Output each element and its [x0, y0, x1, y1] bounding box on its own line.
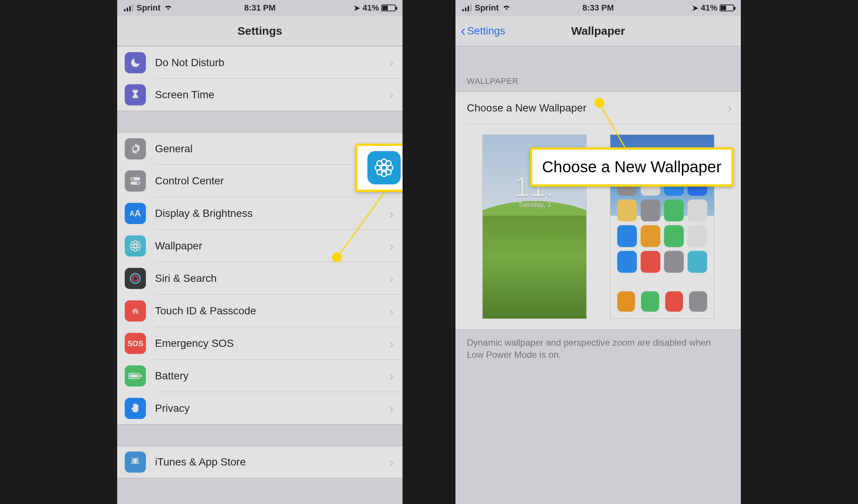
row-wallpaper[interactable]: Wallpaper › — [117, 230, 403, 262]
svg-rect-16 — [140, 375, 142, 377]
carrier-label: Sprint — [475, 3, 499, 13]
chevron-right-icon: › — [389, 336, 393, 351]
row-label: Do Not Disturb — [155, 57, 389, 69]
row-label: Battery — [155, 370, 389, 382]
chevron-right-icon: › — [389, 55, 393, 70]
page-title: Wallpaper — [571, 25, 625, 37]
row-label: Siri & Search — [155, 272, 389, 284]
callout-label: Choose a New Wallpaper — [542, 158, 722, 176]
navbar: ‹ Settings Wallpaper — [455, 16, 741, 46]
wifi-icon — [164, 3, 173, 13]
carrier-label: Sprint — [136, 3, 161, 13]
battery-percent: 41% — [362, 3, 379, 13]
signal-bars-icon — [462, 5, 472, 11]
siri-icon — [125, 268, 146, 289]
toggles-icon — [125, 170, 146, 192]
row-touch-id[interactable]: Touch ID & Passcode › — [117, 295, 403, 327]
row-label: Control Center — [155, 175, 389, 187]
status-bar: Sprint 8:33 PM ➤ 41% — [455, 0, 741, 16]
status-time: 8:33 PM — [582, 3, 614, 13]
row-label: Emergency SOS — [155, 337, 389, 349]
section-header: WALLPAPER — [455, 46, 741, 91]
battery-percent: 41% — [701, 3, 717, 13]
row-label: Touch ID & Passcode — [155, 305, 389, 317]
back-label: Settings — [467, 25, 505, 37]
chevron-right-icon: › — [389, 87, 393, 102]
status-bar: Sprint 8:31 PM ➤ 41% — [117, 0, 403, 16]
callout-dot — [595, 98, 604, 108]
chevron-right-icon: › — [389, 239, 393, 254]
moon-icon — [125, 52, 146, 73]
chevron-right-icon: › — [389, 369, 393, 383]
callout-dot — [332, 252, 342, 262]
svg-point-18 — [381, 165, 387, 170]
callout-wallpaper: Wallpaper — [355, 144, 403, 192]
fingerprint-icon — [125, 300, 146, 322]
chevron-left-icon: ‹ — [461, 24, 466, 38]
chevron-right-icon: › — [728, 100, 732, 115]
location-icon: ➤ — [692, 3, 698, 12]
battery-icon — [720, 5, 734, 11]
row-screen-time[interactable]: Screen Time › — [117, 79, 403, 111]
svg-point-13 — [130, 274, 140, 283]
chevron-right-icon: › — [389, 304, 393, 318]
location-icon: ➤ — [354, 3, 360, 12]
footer-note: Dynamic wallpaper and perspective zoom a… — [455, 330, 741, 368]
row-emergency-sos[interactable]: SOS Emergency SOS › — [117, 327, 403, 360]
callout-choose-wallpaper: Choose a New Wallpaper — [530, 147, 734, 187]
svg-point-4 — [134, 244, 137, 248]
signal-bars-icon — [124, 5, 133, 11]
hand-icon — [125, 398, 146, 419]
dock — [617, 289, 707, 314]
row-label: iTunes & App Store — [155, 456, 389, 468]
row-itunes-appstore[interactable]: iTunes & App Store › — [117, 446, 403, 478]
svg-point-14 — [133, 276, 138, 281]
back-button[interactable]: ‹ Settings — [461, 24, 505, 38]
row-battery[interactable]: Battery › — [117, 360, 403, 392]
status-time: 8:31 PM — [244, 3, 276, 13]
battery-icon — [125, 365, 146, 387]
text-size-icon: AA — [125, 203, 146, 224]
row-privacy[interactable]: Privacy › — [117, 392, 403, 425]
row-label: Screen Time — [155, 89, 389, 101]
chevron-right-icon: › — [389, 401, 393, 416]
appstore-icon — [125, 451, 146, 473]
svg-rect-17 — [130, 374, 138, 377]
navbar: Settings — [117, 16, 403, 46]
hourglass-icon — [125, 84, 146, 105]
row-label: General — [155, 143, 389, 155]
lock-date: Tuesday, J — [483, 201, 586, 209]
chevron-right-icon: › — [389, 271, 393, 286]
battery-icon — [381, 5, 396, 11]
flower-icon — [367, 151, 401, 184]
row-do-not-disturb[interactable]: Do Not Disturb › — [117, 46, 403, 79]
row-siri-search[interactable]: Siri & Search › — [117, 262, 403, 295]
row-label: Wallpaper — [155, 240, 389, 252]
wifi-icon — [502, 3, 511, 13]
gear-icon — [125, 138, 146, 159]
chevron-right-icon: › — [389, 206, 393, 221]
row-label: Privacy — [155, 402, 389, 414]
svg-point-3 — [137, 182, 139, 184]
sos-icon: SOS — [125, 333, 146, 354]
phone-settings: Sprint 8:31 PM ➤ 41% Settings Do Not Dis… — [117, 0, 403, 504]
page-title: Settings — [237, 25, 282, 37]
row-label: Display & Brightness — [155, 207, 389, 220]
svg-point-2 — [132, 178, 134, 180]
chevron-right-icon: › — [389, 455, 393, 470]
row-choose-wallpaper[interactable]: Choose a New Wallpaper › — [455, 91, 741, 124]
phone-wallpaper: Sprint 8:33 PM ➤ 41% ‹ Settings Wallpape… — [455, 0, 741, 504]
flower-icon — [125, 235, 146, 257]
